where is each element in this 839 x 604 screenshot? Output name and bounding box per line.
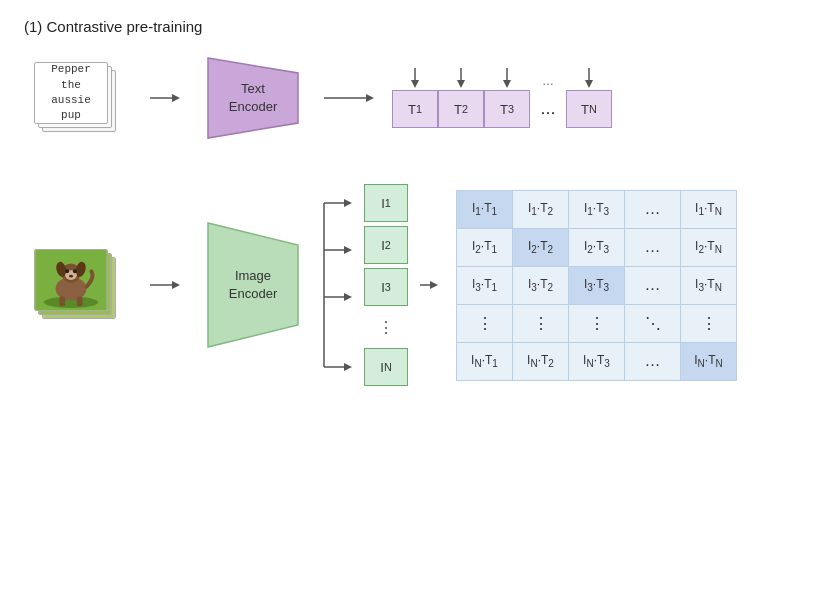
diagram-container: (1) Contrastive pre-training Pepper the …	[0, 0, 839, 604]
svg-rect-26	[77, 296, 83, 306]
tN-box: TN	[566, 90, 612, 128]
svg-marker-10	[503, 80, 511, 88]
svg-marker-41	[430, 281, 438, 289]
text-cards: Pepper the aussie pup	[34, 62, 114, 134]
svg-rect-25	[59, 296, 65, 306]
svg-marker-35	[344, 246, 352, 254]
matrix-row-4: IN·T1 IN·T2 IN·T3 … IN·TN	[457, 342, 737, 380]
svg-marker-1	[172, 94, 180, 102]
t-dots-spacer: …	[530, 74, 566, 88]
matrix-row-2: I3·T1 I3·T2 I3·T3 … I3·TN	[457, 266, 737, 304]
cell-4-1: IN·T2	[513, 342, 569, 380]
cell-0-1: I1·T2	[513, 190, 569, 228]
cell-3-0: ⋮	[457, 304, 513, 342]
i-vector-area: I1 I2 I3 ⋮ IN	[364, 182, 408, 388]
cell-4-4: IN·TN	[681, 342, 737, 380]
image-card-front	[34, 249, 108, 311]
bottom-row: Image Encoder	[34, 175, 815, 395]
cell-4-2: IN·T3	[569, 342, 625, 380]
i-dots: ⋮	[378, 308, 394, 346]
tN-down-arrow	[566, 68, 612, 88]
iN-box: IN	[364, 348, 408, 386]
cell-2-0: I3·T1	[457, 266, 513, 304]
svg-marker-37	[344, 293, 352, 301]
t2-down-arrow	[438, 68, 484, 88]
svg-marker-12	[585, 80, 593, 88]
t3-down-arrow	[484, 68, 530, 88]
cell-0-4: I1·TN	[681, 190, 737, 228]
text-card-front: Pepper the aussie pup	[34, 62, 108, 124]
t1-down-arrow	[392, 68, 438, 88]
t-boxes-row: T1 T2 T3 … TN	[392, 90, 612, 128]
i2-box: I2	[364, 226, 408, 264]
cell-4-0: IN·T1	[457, 342, 513, 380]
matrix-table: I1·T1 I1·T2 I1·T3 … I1·TN I2·T1 I2·T2 I2…	[456, 190, 737, 381]
cell-2-4: I3·TN	[681, 266, 737, 304]
cell-1-3: …	[625, 228, 681, 266]
cell-3-3: ⋱	[625, 304, 681, 342]
t3-box: T3	[484, 90, 530, 128]
t-dots: …	[530, 100, 566, 118]
svg-marker-6	[411, 80, 419, 88]
svg-point-23	[73, 269, 77, 273]
cell-1-1: I2·T2	[513, 228, 569, 266]
t1-box: T1	[392, 90, 438, 128]
images-to-encoder-arrow	[150, 278, 182, 292]
svg-marker-28	[172, 281, 180, 289]
cell-0-3: …	[625, 190, 681, 228]
diagram-title: (1) Contrastive pre-training	[24, 18, 815, 35]
encoder-to-i-arrows	[320, 175, 356, 395]
image-encoder: Image Encoder	[198, 215, 308, 355]
i-to-matrix-arrow	[420, 278, 440, 292]
svg-marker-39	[344, 363, 352, 371]
svg-marker-8	[457, 80, 465, 88]
matrix-area: I1·T1 I1·T2 I1·T3 … I1·TN I2·T1 I2·T2 I2…	[456, 190, 737, 381]
cell-1-0: I2·T1	[457, 228, 513, 266]
svg-marker-2	[208, 58, 298, 138]
svg-point-22	[65, 269, 69, 273]
cell-0-0: I1·T1	[457, 190, 513, 228]
t2-box: T2	[438, 90, 484, 128]
cell-3-2: ⋮	[569, 304, 625, 342]
text-card-content: Pepper the aussie pup	[39, 62, 103, 124]
image-cards	[34, 249, 114, 321]
cell-1-2: I2·T3	[569, 228, 625, 266]
i3-box: I3	[364, 268, 408, 306]
cell-4-3: …	[625, 342, 681, 380]
cell-2-2: I3·T3	[569, 266, 625, 304]
svg-marker-29	[208, 223, 298, 347]
matrix-row-1: I2·T1 I2·T2 I2·T3 … I2·TN	[457, 228, 737, 266]
t-down-arrows: …	[392, 68, 612, 88]
matrix-row-3: ⋮ ⋮ ⋮ ⋱ ⋮	[457, 304, 737, 342]
t-vector-area: … T1 T2 T3 … TN	[392, 68, 612, 128]
cell-3-1: ⋮	[513, 304, 569, 342]
cell-0-2: I1·T3	[569, 190, 625, 228]
cell-2-1: I3·T2	[513, 266, 569, 304]
text-encoder: Text Encoder	[198, 53, 308, 143]
i1-box: I1	[364, 184, 408, 222]
cell-1-4: I2·TN	[681, 228, 737, 266]
svg-marker-33	[344, 199, 352, 207]
top-row: Pepper the aussie pup Text Encoder	[34, 53, 815, 143]
matrix-row-0: I1·T1 I1·T2 I1·T3 … I1·TN	[457, 190, 737, 228]
cell-3-4: ⋮	[681, 304, 737, 342]
text-to-encoder-arrow	[150, 91, 182, 105]
cell-2-3: …	[625, 266, 681, 304]
svg-point-24	[69, 275, 73, 278]
encoder-to-t-arrow	[324, 91, 376, 105]
svg-marker-4	[366, 94, 374, 102]
